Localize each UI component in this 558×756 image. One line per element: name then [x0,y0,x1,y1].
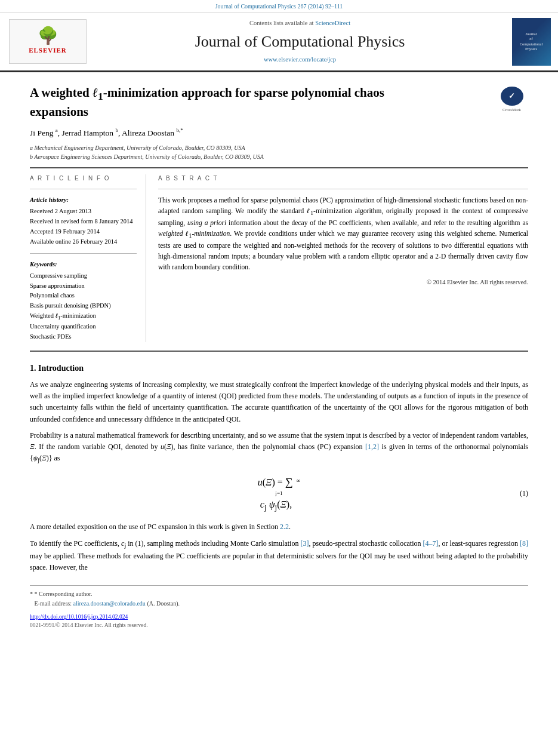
elsevier-label: ELSEVIER [29,46,67,56]
crossmark-label: CrossMark [502,107,521,113]
doi-link: http://dx.doi.org/10.1016/j.jcp.2014.02.… [30,613,528,622]
keyword-6: Uncertainty quantification [30,322,137,332]
article-info-divider-mid [30,253,137,254]
footnote-star: * * Corresponding author. [30,589,528,599]
email-link[interactable]: alireza.doostan@colorado.edu [73,600,145,607]
article-history-title: Article history: [30,195,137,204]
title-prefix: A weighted [30,85,93,100]
journal-cover-logo: JournalofComputationalPhysics [510,18,552,66]
abstract-label: A B S T R A C T [158,174,528,183]
issn-text: 0021-9991/© 2014 Elsevier Inc. All right… [30,622,528,630]
article-info-divider-top [30,189,137,189]
ref-link-1-2[interactable]: [1,2] [365,442,379,451]
copyright-notice: © 2014 Elsevier Inc. All rights reserved… [158,278,528,287]
ref-link-4-7[interactable]: [4–7] [423,539,439,548]
science-direct-anchor[interactable]: ScienceDirect [315,20,350,26]
header-divider [30,167,528,168]
main-content: A weighted ℓ1-minimization approach for … [0,72,558,638]
article-info-label: A R T I C L E I N F O [30,174,137,183]
affiliation-b: b Aerospace Engineering Sciences Departm… [30,152,528,161]
paper-title-section: A weighted ℓ1-minimization approach for … [30,84,528,121]
crossmark-icon: ✓ [501,87,523,106]
intro-para3: A more detailed exposition on the use of… [30,521,528,533]
abstract-text: This work proposes a method for sparse p… [158,195,528,272]
article-info-column: A R T I C L E I N F O Article history: R… [30,174,146,342]
ref-link-3[interactable]: [3] [300,539,309,548]
journal-header-center: Contents lists available at ScienceDirec… [95,18,504,66]
elsevier-logo-container: 🌳 ELSEVIER [6,18,90,66]
affiliations: a Mechanical Engineering Department, Uni… [30,143,528,161]
journal-citation-text: Journal of Computational Physics 267 (20… [215,3,343,10]
keyword-7: Stochastic PDEs [30,332,137,342]
right-logo-box: JournalofComputationalPhysics [512,18,551,66]
journal-title-text: Journal of Computational Physics [195,30,405,53]
journal-header: 🌳 ELSEVIER Contents lists available at S… [0,13,558,72]
ref-link-8[interactable]: [8] [520,539,528,548]
intro-para4: To identify the PC coefficients, cj in (… [30,538,528,574]
intro-para2: Probability is a natural mathematical fr… [30,430,528,466]
crossmark-logo: ✓ CrossMark [495,87,528,113]
received-date: Received 2 August 2013 [30,207,137,217]
paper-title: A weighted ℓ1-minimization approach for … [30,84,428,121]
abstract-divider-top [158,189,528,189]
equation-1-number: (1) [520,488,528,499]
keyword-4: Basis pursuit denoising (BPDN) [30,301,137,311]
abstract-column: A B S T R A C T This work proposes a met… [158,174,528,342]
journal-citation-bar: Journal of Computational Physics 267 (20… [0,0,558,13]
revised-date: Received in revised form 8 January 2014 [30,217,137,227]
keyword-2: Sparse approximation [30,281,137,291]
footnote-email: E-mail address: alireza.doostan@colorado… [30,599,528,609]
right-logo-title: JournalofComputationalPhysics [520,32,543,52]
keywords-title: Keywords: [30,260,137,269]
footer-bottom: http://dx.doi.org/10.1016/j.jcp.2014.02.… [30,613,528,630]
title-math: ℓ [93,85,98,100]
accepted-date: Accepted 19 February 2014 [30,227,137,237]
elsevier-tree-icon: 🌳 [38,27,58,44]
keyword-1: Compressive sampling [30,271,137,281]
science-direct-link: Contents lists available at ScienceDirec… [249,19,350,27]
footnote-section: * * Corresponding author. E-mail address… [30,585,528,609]
equation-1-content: u(Ξ) = ∑ ∞j=1 cj ψj(Ξ), [258,474,300,514]
article-info-abstract-section: A R T I C L E I N F O Article history: R… [30,174,528,342]
keyword-3: Polynomial chaos [30,291,137,301]
available-date: Available online 26 February 2014 [30,237,137,247]
title-subscript: 1 [98,90,103,102]
abstract-bottom-divider [30,351,528,352]
keyword-5: Weighted ℓ1-minimization [30,311,137,322]
intro-para1: As we analyze engineering systems of inc… [30,379,528,425]
equation-1-block: u(Ξ) = ∑ ∞j=1 cj ψj(Ξ), (1) [30,474,528,514]
affiliation-a: a Mechanical Engineering Department, Uni… [30,143,528,152]
elsevier-logo-box: 🌳 ELSEVIER [9,19,87,64]
ref-link-2-2[interactable]: 2.2 [280,523,289,531]
authors-line: Ji Peng a, Jerrad Hampton b, Alireza Doo… [30,127,528,139]
intro-heading: 1. Introduction [30,362,528,374]
journal-url: www.elsevier.com/locate/jcp [264,55,336,64]
